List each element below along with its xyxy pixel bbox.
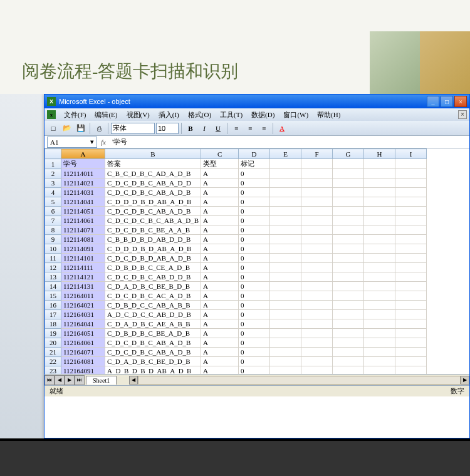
cell[interactable]: C_D_C_D_B_C_AB_A_D_B (105, 207, 201, 216)
print-icon[interactable]: ⎙ (93, 122, 105, 135)
cell[interactable]: C_B_B_D_B_D_AB_D_D_B (105, 235, 201, 244)
cell[interactable]: 0 (239, 348, 270, 357)
cell[interactable] (270, 225, 301, 235)
cell[interactable] (333, 235, 364, 244)
cell[interactable]: A (201, 301, 239, 310)
cell[interactable]: A (201, 338, 239, 348)
cell[interactable] (301, 225, 333, 235)
cell[interactable] (364, 207, 395, 216)
cell[interactable]: 112114011 (61, 169, 105, 178)
cell[interactable]: A (201, 272, 239, 282)
cell[interactable]: 0 (239, 188, 270, 197)
column-header-E[interactable]: E (270, 149, 301, 159)
cell[interactable] (395, 366, 427, 375)
cell[interactable] (270, 338, 301, 348)
cell[interactable] (364, 366, 395, 375)
cell[interactable]: A (201, 197, 239, 207)
cell[interactable] (364, 348, 395, 357)
cell[interactable]: 112114111 (61, 263, 105, 272)
horizontal-scrollbar[interactable]: ◀ ▶ (129, 376, 469, 385)
cell[interactable] (364, 225, 395, 235)
cell[interactable] (395, 235, 427, 244)
row-header-3[interactable]: 3 (45, 178, 61, 188)
cell[interactable]: 112164091 (61, 366, 105, 375)
cell[interactable] (333, 178, 364, 188)
cell[interactable]: 112114051 (61, 207, 105, 216)
cell[interactable] (364, 301, 395, 310)
cell[interactable] (364, 178, 395, 188)
cell[interactable] (301, 357, 333, 366)
column-header-D[interactable]: D (239, 149, 270, 159)
cell[interactable]: 112114091 (61, 244, 105, 254)
column-header-C[interactable]: C (201, 149, 239, 159)
cell[interactable] (270, 188, 301, 197)
cell[interactable] (333, 263, 364, 272)
cell[interactable] (301, 301, 333, 310)
cell[interactable] (301, 244, 333, 254)
cell[interactable] (364, 310, 395, 319)
menu-tools[interactable]: 工具(T) (216, 109, 246, 121)
cell[interactable] (395, 291, 427, 301)
cell[interactable] (301, 366, 333, 375)
tab-first-icon[interactable]: ⏮ (44, 375, 55, 385)
column-header-G[interactable]: G (333, 149, 364, 159)
menu-format[interactable]: 格式(O) (184, 109, 215, 121)
cell[interactable] (301, 207, 333, 216)
menu-help[interactable]: 帮助(H) (313, 109, 344, 121)
cell[interactable] (333, 188, 364, 197)
cell[interactable]: 类型 (201, 159, 239, 169)
cell[interactable] (270, 207, 301, 216)
cell[interactable]: 0 (239, 272, 270, 282)
cell[interactable] (270, 319, 301, 329)
cell[interactable] (395, 272, 427, 282)
cell[interactable]: A (201, 254, 239, 263)
cell[interactable] (395, 282, 427, 291)
cell[interactable] (395, 169, 427, 178)
cell[interactable] (364, 357, 395, 366)
cell[interactable] (333, 282, 364, 291)
align-center-icon[interactable]: ≡ (244, 122, 256, 135)
cell[interactable] (364, 197, 395, 207)
row-header-17[interactable]: 17 (45, 310, 61, 319)
cell[interactable]: C_D_C_D_B_C_AB_D_D_B (105, 272, 201, 282)
cell[interactable] (395, 254, 427, 263)
cell[interactable] (270, 197, 301, 207)
menu-insert[interactable]: 插入(I) (155, 109, 183, 121)
cell[interactable] (301, 169, 333, 178)
cell[interactable] (301, 178, 333, 188)
cell[interactable]: 0 (239, 366, 270, 375)
row-header-12[interactable]: 12 (45, 263, 61, 272)
row-header-19[interactable]: 19 (45, 329, 61, 338)
cell[interactable] (333, 169, 364, 178)
cell[interactable] (395, 197, 427, 207)
cell[interactable]: 0 (239, 244, 270, 254)
cell[interactable] (301, 329, 333, 338)
scroll-right-icon[interactable]: ▶ (461, 376, 469, 385)
cell[interactable]: C_D_C_D_B_D_AB_A_D_B (105, 254, 201, 263)
cell[interactable] (270, 366, 301, 375)
cell[interactable]: 答案 (105, 159, 201, 169)
cell[interactable] (270, 216, 301, 225)
cell[interactable] (364, 282, 395, 291)
cell[interactable]: 标记 (239, 159, 270, 169)
cell[interactable]: 112114121 (61, 272, 105, 282)
cell[interactable]: A (201, 169, 239, 178)
cell[interactable]: 112164011 (61, 291, 105, 301)
name-box[interactable]: A1▾ (47, 137, 97, 148)
cell[interactable]: 112114131 (61, 282, 105, 291)
cell[interactable] (395, 159, 427, 169)
cell[interactable] (364, 244, 395, 254)
cell[interactable] (395, 338, 427, 348)
row-header-14[interactable]: 14 (45, 282, 61, 291)
cell[interactable] (270, 357, 301, 366)
cell[interactable]: 0 (239, 338, 270, 348)
cell[interactable] (333, 225, 364, 235)
cell[interactable]: C_D_B_D_B_C_BE_A_D_B (105, 329, 201, 338)
cell[interactable] (301, 310, 333, 319)
cell[interactable]: A (201, 216, 239, 225)
row-header-23[interactable]: 23 (45, 366, 61, 375)
row-header-1[interactable]: 1 (45, 159, 61, 169)
cell[interactable] (333, 272, 364, 282)
cell[interactable]: A (201, 244, 239, 254)
menu-edit[interactable]: 编辑(E) (91, 109, 121, 121)
